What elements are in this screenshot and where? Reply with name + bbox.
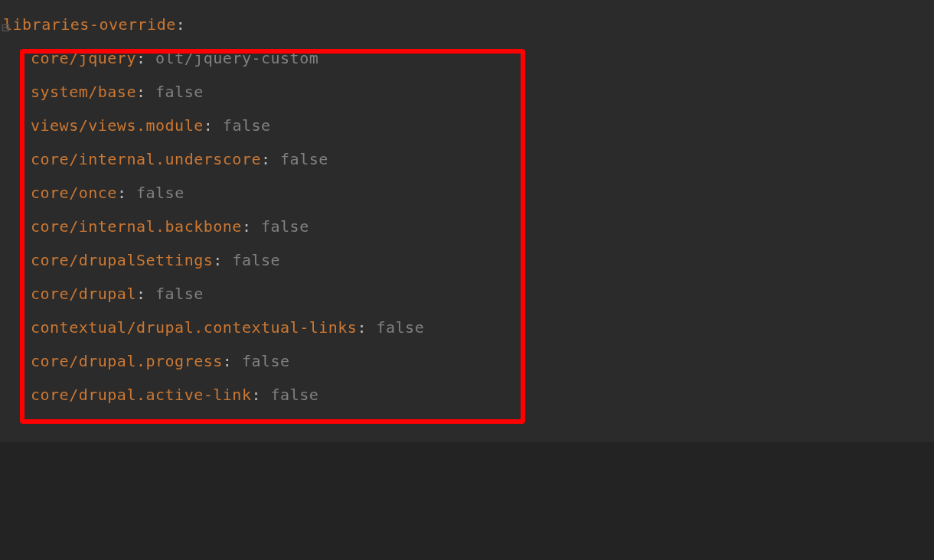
code-editor[interactable]: ⊟ libraries-override: core/jquery: olt/j…: [0, 0, 934, 560]
colon: :: [357, 318, 376, 337]
code-line: views/views.module: false: [0, 109, 934, 142]
yaml-key: system/base: [31, 83, 136, 101]
code-line: core/once: false: [0, 176, 934, 210]
code-line: core/drupal: false: [0, 277, 934, 311]
yaml-value: false: [377, 318, 425, 337]
code-line: core/internal.backbone: false: [0, 210, 934, 243]
yaml-value: false: [155, 285, 204, 303]
colon: :: [261, 150, 280, 168]
yaml-key: core/drupal.progress: [31, 352, 223, 370]
colon: :: [204, 116, 223, 135]
colon: :: [117, 184, 136, 202]
yaml-value: false: [261, 217, 309, 236]
yaml-value: false: [242, 352, 290, 370]
colon: :: [223, 352, 242, 370]
code-line-header: libraries-override:: [0, 8, 934, 41]
code-lines: core/jquery: olt/jquery-customsystem/bas…: [0, 41, 934, 412]
yaml-value: false: [232, 251, 280, 269]
yaml-value: olt/jquery-custom: [155, 49, 318, 67]
code-line: core/drupal.active-link: false: [0, 378, 934, 412]
code-area: ⊟ libraries-override: core/jquery: olt/j…: [0, 8, 934, 442]
yaml-value: false: [280, 150, 328, 168]
yaml-value: false: [155, 83, 204, 101]
yaml-key: core/drupalSettings: [31, 251, 213, 269]
colon: :: [213, 251, 232, 269]
yaml-key: core/drupal.active-link: [31, 386, 251, 404]
yaml-key: core/internal.underscore: [31, 150, 261, 168]
code-line: core/internal.underscore: false: [0, 142, 934, 176]
yaml-value: false: [223, 116, 271, 135]
code-line: core/drupal.progress: false: [0, 344, 934, 378]
editor-empty-region: [0, 442, 934, 560]
colon: :: [251, 386, 270, 404]
yaml-key: views/views.module: [31, 116, 204, 135]
yaml-key: contextual/drupal.contextual-links: [31, 318, 357, 337]
yaml-key: core/jquery: [31, 49, 136, 67]
yaml-key: libraries-override: [3, 15, 176, 34]
code-line: system/base: false: [0, 75, 934, 109]
fold-glyph[interactable]: ⊟: [2, 17, 10, 38]
yaml-key: core/once: [31, 184, 117, 202]
colon: :: [136, 285, 155, 303]
colon: :: [136, 49, 155, 67]
colon: :: [136, 83, 155, 101]
colon: :: [176, 15, 186, 34]
yaml-value: false: [271, 386, 319, 404]
colon: :: [242, 217, 261, 236]
code-line: contextual/drupal.contextual-links: fals…: [0, 311, 934, 344]
yaml-key: core/internal.backbone: [31, 217, 242, 236]
code-line: core/drupalSettings: false: [0, 243, 934, 277]
code-line: core/jquery: olt/jquery-custom: [0, 41, 934, 75]
yaml-value: false: [136, 184, 185, 202]
yaml-key: core/drupal: [31, 285, 136, 303]
